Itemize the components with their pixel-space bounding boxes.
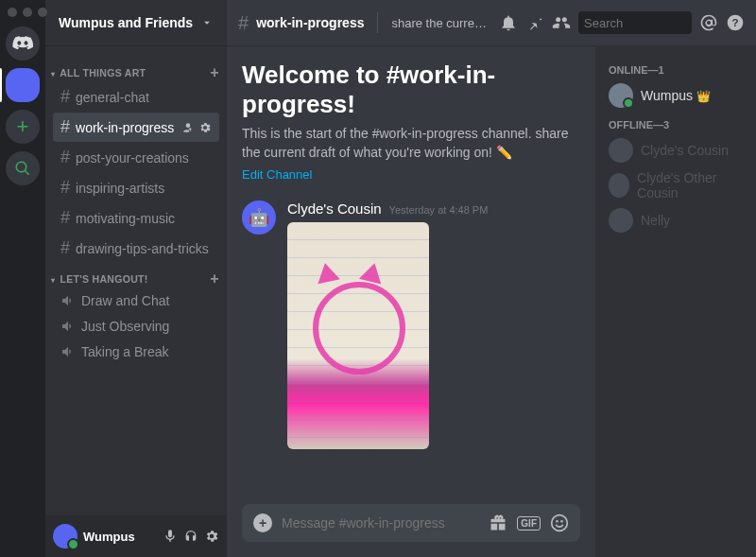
server-name: Wumpus and Friends [59, 15, 193, 30]
text-channel-work-in-progress[interactable]: #work-in-progress [53, 113, 219, 142]
gear-icon[interactable] [198, 121, 212, 134]
window-traffic-lights[interactable] [8, 8, 47, 17]
search-box[interactable] [578, 11, 692, 34]
voice-channel-draw-and-chat[interactable]: Draw and Chat [53, 288, 219, 313]
member-name: Clyde's Cousin [641, 143, 729, 158]
message-input[interactable] [282, 515, 479, 531]
server-header[interactable]: Wumpus and Friends [45, 0, 227, 45]
gift-icon[interactable] [489, 513, 507, 532]
mute-icon[interactable] [163, 529, 178, 544]
member-avatar [609, 208, 633, 233]
hash-icon: # [60, 178, 70, 198]
hash-icon: # [60, 117, 70, 137]
header-divider [377, 12, 378, 33]
member-name: Wumpus 👑 [641, 88, 711, 103]
server-icon-selected[interactable] [6, 68, 40, 102]
emoji-icon[interactable] [550, 513, 569, 532]
channel-category[interactable]: ▾ ALL THINGS ART+ [45, 64, 227, 81]
text-channel-post-your-creations[interactable]: #post-your-creations [53, 143, 219, 172]
channel-title: work-in-progress [256, 15, 364, 30]
hash-icon: # [60, 208, 70, 228]
channel-label: inspiring-artists [76, 181, 164, 196]
member-name: Clyde's Other Cousin [637, 170, 743, 200]
message-composer: + GIF [242, 504, 580, 542]
hash-icon: # [60, 87, 70, 107]
svg-point-3 [556, 520, 558, 523]
channel-label: drawing-tips-and-tricks [76, 241, 209, 256]
voice-channel-just-observing[interactable]: Just Observing [53, 314, 219, 339]
member-name: Nelly [641, 213, 670, 228]
channel-label: Taking a Break [81, 344, 169, 359]
message-author[interactable]: Clyde's Cousin [287, 200, 382, 217]
member-item[interactable]: Clyde's Cousin [603, 134, 748, 166]
hash-icon: # [238, 12, 249, 34]
svg-text:?: ? [731, 16, 738, 28]
add-server-button[interactable]: + [6, 110, 40, 144]
member-item[interactable]: Clyde's Other Cousin [603, 166, 748, 204]
channel-topic[interactable]: share the current draft of wh… [391, 16, 491, 30]
member-avatar [609, 83, 633, 108]
user-panel: Wumpus [45, 515, 227, 557]
notifications-icon[interactable] [499, 13, 518, 32]
channel-header: # work-in-progress share the current dra… [227, 0, 756, 45]
message-scroller[interactable]: Welcome to #work-in-progress! This is th… [227, 45, 595, 504]
hash-icon: # [60, 148, 70, 167]
hash-icon: # [60, 238, 70, 258]
help-icon[interactable]: ? [726, 13, 745, 32]
current-user-avatar[interactable] [53, 524, 77, 548]
text-channel-general-chat[interactable]: #general-chat [53, 82, 219, 112]
invite-icon[interactable] [181, 121, 195, 134]
channel-label: Draw and Chat [81, 293, 169, 308]
user-settings-icon[interactable] [204, 529, 219, 544]
speaker-icon [60, 319, 76, 334]
member-avatar [609, 173, 629, 198]
gif-button[interactable]: GIF [517, 516, 541, 531]
discord-logo-icon [12, 33, 33, 54]
channel-label: Just Observing [81, 319, 169, 334]
server-rail: + [0, 0, 45, 557]
pinned-icon[interactable] [525, 13, 544, 32]
message-avatar[interactable]: 🤖 [242, 200, 276, 235]
chevron-down-icon [200, 16, 214, 29]
text-channel-motivating-music[interactable]: #motivating-music [53, 203, 219, 233]
svg-point-4 [560, 520, 563, 523]
member-avatar [609, 138, 633, 163]
channel-label: work-in-progress [76, 120, 174, 135]
member-category-offline: OFFLINE—3 [609, 119, 748, 131]
message-timestamp: Yesterday at 4:48 PM [389, 204, 489, 216]
current-user-name: Wumpus [83, 530, 157, 544]
speaker-icon [60, 344, 76, 359]
member-list-icon[interactable] [552, 13, 571, 32]
owner-crown-icon: 👑 [696, 90, 711, 103]
deafen-icon[interactable] [183, 529, 198, 544]
message: 🤖 Clyde's Cousin Yesterday at 4:48 PM [242, 200, 580, 449]
add-channel-icon[interactable]: + [210, 270, 219, 287]
member-item[interactable]: Wumpus 👑 [603, 79, 748, 112]
welcome-subtitle: This is the start of the #work-in-progre… [242, 125, 580, 162]
compass-search-icon [14, 160, 31, 177]
image-attachment[interactable] [287, 222, 429, 449]
attach-button[interactable]: + [253, 513, 272, 532]
search-input[interactable] [584, 16, 743, 30]
text-channel-drawing-tips-and-tricks[interactable]: #drawing-tips-and-tricks [53, 234, 219, 263]
home-button[interactable] [6, 26, 40, 61]
member-item[interactable]: Nelly [603, 204, 748, 236]
channel-label: general-chat [76, 90, 149, 105]
channel-category[interactable]: ▾ LET'S HANGOUT!+ [45, 270, 227, 287]
chat-area: Welcome to #work-in-progress! This is th… [227, 45, 595, 557]
add-channel-icon[interactable]: + [210, 64, 219, 81]
channel-welcome: Welcome to #work-in-progress! This is th… [242, 61, 580, 182]
main-content: # work-in-progress share the current dra… [227, 0, 756, 557]
welcome-title: Welcome to #work-in-progress! [242, 61, 580, 119]
svg-point-2 [552, 515, 568, 531]
text-channel-inspiring-artists[interactable]: #inspiring-artists [53, 173, 219, 202]
speaker-icon [60, 293, 76, 308]
channel-label: motivating-music [76, 211, 175, 226]
channel-sidebar: Wumpus and Friends ▾ ALL THINGS ART+#gen… [45, 0, 227, 557]
mentions-icon[interactable] [699, 13, 718, 32]
channel-label: post-your-creations [76, 150, 189, 165]
edit-channel-link[interactable]: Edit Channel [242, 167, 312, 182]
member-category-online: ONLINE—1 [609, 64, 748, 76]
voice-channel-taking-a-break[interactable]: Taking a Break [53, 339, 219, 364]
explore-servers-button[interactable] [6, 151, 40, 185]
